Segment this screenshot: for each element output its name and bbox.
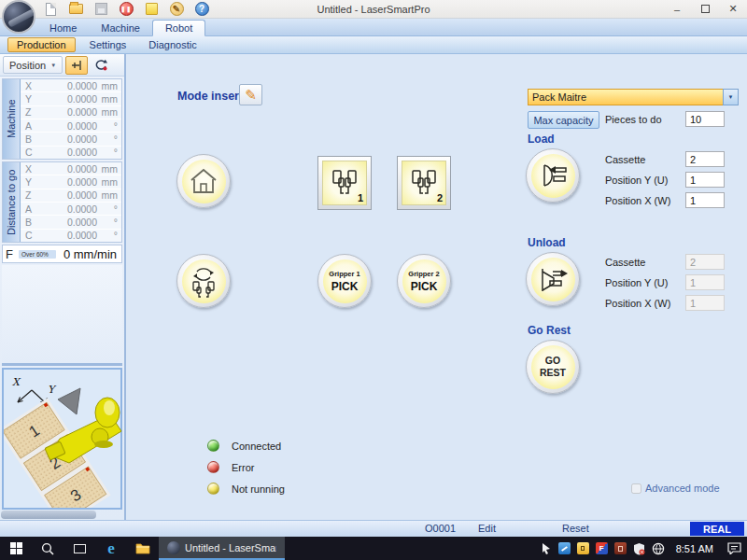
search-button[interactable] [32,537,63,560]
cursor-tray-icon[interactable] [541,542,552,554]
notification-center-button[interactable] [721,537,747,560]
combobox-arrow-button[interactable]: ▼ [723,89,739,105]
load-button[interactable] [526,148,580,203]
load-position-x-input[interactable] [685,192,725,208]
rotate-grippers-button[interactable] [176,254,231,308]
distance-to-go-group: Distance to go X0.0000mm Y0.0000mm Z0.00… [2,161,122,243]
subtab-diagnostic[interactable]: Diagnostic [140,38,204,51]
chevron-down-icon: ▼ [50,63,56,68]
panel-spacer [2,265,122,366]
edit-button[interactable]: ✎ [169,2,184,17]
gripper-icon [407,166,441,200]
gripper-2-pick-button[interactable]: Gripper 2 PICK [397,254,451,308]
unload-button[interactable] [526,252,580,306]
tab-home[interactable]: Home [37,21,89,35]
mode-insert-edit-button[interactable]: ✎ [239,84,262,105]
axis-value: 0.0000 [37,120,97,132]
horizontal-scrollbar[interactable] [1,511,96,519]
position-toolbar: Position ▼ [0,54,124,77]
save-button[interactable] [93,2,108,17]
refresh-icon [93,58,108,72]
refresh-position-button[interactable] [91,56,111,75]
tab-machine[interactable]: Machine [89,21,152,35]
axis-label: Z [25,106,37,118]
real-mode-badge: REAL [690,522,744,536]
edge-button[interactable]: e [95,537,127,560]
unload-position-y-label: Position Y (U) [605,277,668,288]
f-app-tray-icon[interactable]: F [596,542,608,554]
axis-value: 0.0000 [37,80,97,91]
load-position-y-input[interactable] [685,172,725,188]
axis-label: Y [25,93,37,105]
notification-icon [727,542,741,554]
go-rest-button[interactable]: GO REST [526,340,580,394]
gripper-1-pick-button[interactable]: Gripper 1 PICK [317,254,372,308]
gripper-1-select-button[interactable]: 1 [317,156,372,210]
load-cassette-input[interactable] [685,151,725,167]
quick-access-toolbar: ❚❚ ✎ ? [43,2,209,17]
position-dropdown[interactable]: Position ▼ [3,56,63,74]
close-button[interactable]: ✕ [719,0,747,18]
pick-button-action: PICK [411,280,438,293]
recycle-tray-icon[interactable] [614,542,627,554]
not-running-label: Not running [232,483,285,495]
note-button[interactable] [144,2,159,17]
axis-label: Y [25,176,37,188]
note-icon [146,3,158,15]
open-button[interactable] [68,2,83,17]
machine-coordinates-group: Machine X0.0000mm Y0.0000mm Z0.0000mm A0… [2,78,122,160]
error-label: Error [232,462,254,473]
file-explorer-button[interactable] [127,537,159,560]
home-button[interactable] [176,154,231,208]
taskbar: e Untitled - LaserSmart... F 8:51 AM [0,537,747,560]
feed-rate-row: F Over 60% 0 mm/min [2,245,122,263]
robot-production-page: Mode insert ✎ [126,54,747,520]
touch-off-button[interactable] [65,56,88,75]
maximize-button[interactable] [691,0,719,18]
robot-3d-view[interactable]: X Y 1 2 [2,368,122,510]
load-position-x-label: Position X (W) [605,195,670,206]
help-icon: ? [195,2,209,16]
tab-robot[interactable]: Robot [152,20,205,36]
pieces-to-do-label: Pieces to do [605,114,662,125]
unload-cassette-input [685,254,725,270]
start-button[interactable] [0,537,32,560]
taskbar-clock[interactable]: 8:51 AM [676,543,713,554]
axis-label: A [25,203,37,215]
edit-status[interactable]: Edit [478,523,496,534]
taskbar-app-button[interactable]: Untitled - LaserSmart... [159,537,285,560]
axis-label: B [25,133,37,145]
minimize-button[interactable]: – [663,0,691,18]
subtab-production[interactable]: Production [7,37,76,52]
axis-value: 0.0000 [37,106,97,118]
connected-label: Connected [232,441,281,452]
defender-tray-icon[interactable] [633,542,645,555]
reset-status[interactable]: Reset [562,523,589,534]
coordinate-row: Z0.0000mm [21,189,121,203]
program-combobox[interactable]: Pack Maitre ▼ [528,89,739,105]
advanced-mode-toggle[interactable]: Advanced mode [631,483,720,494]
stop-button[interactable]: ❚❚ [119,2,134,17]
subtab-settings[interactable]: Settings [81,38,135,51]
pencil-icon: ✎ [245,87,257,104]
pause-icon: ❚❚ [120,2,134,16]
coordinate-row: C0.0000° [21,230,121,242]
axis-unit: ° [97,217,118,228]
pieces-to-do-input[interactable] [685,111,725,127]
position-panel: Position ▼ Machine X0.0000mm [0,54,126,520]
max-capacity-button[interactable]: Max capacity [528,111,599,129]
app-logo-icon[interactable] [2,0,35,34]
axis-unit: ° [97,120,118,132]
coordinate-row: Y0.0000mm [21,92,121,105]
gripper-2-select-button[interactable]: 2 [397,156,451,210]
network-globe-tray-icon[interactable] [652,542,665,555]
axis-unit: ° [97,230,118,241]
connected-led-icon [207,440,219,452]
lock-tray-icon[interactable] [577,542,589,554]
go-rest-line1: GO [545,355,560,367]
new-document-button[interactable] [43,2,58,17]
remote-tray-icon[interactable] [558,542,571,554]
help-button[interactable]: ? [194,2,209,17]
task-view-button[interactable] [63,537,95,560]
unload-position-y-input [685,274,725,290]
